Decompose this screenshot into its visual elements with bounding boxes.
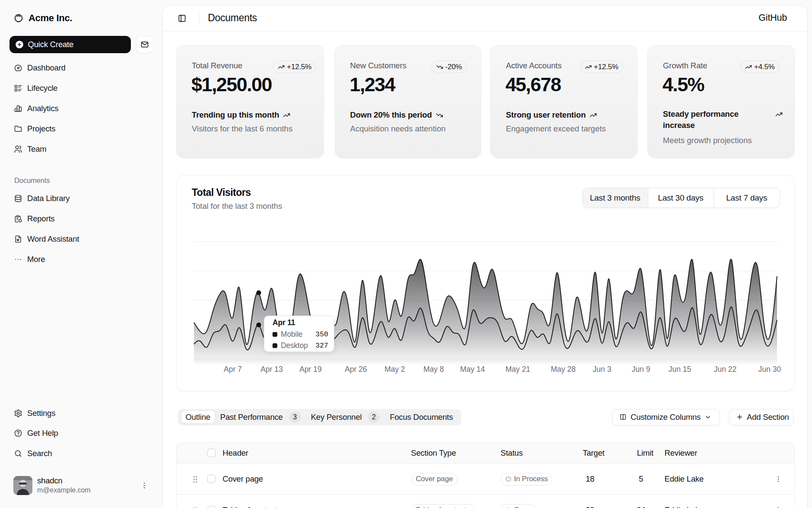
svg-text:Jun 15: Jun 15	[669, 365, 691, 374]
svg-text:May 2: May 2	[384, 365, 405, 374]
svg-text:May 14: May 14	[460, 365, 485, 374]
svg-text:Apr 19: Apr 19	[299, 365, 322, 374]
svg-text:Apr 26: Apr 26	[345, 365, 367, 374]
svg-text:Apr 13: Apr 13	[260, 365, 283, 374]
svg-text:May 8: May 8	[423, 365, 444, 374]
svg-text:Jun 9: Jun 9	[632, 365, 650, 374]
svg-text:May 28: May 28	[551, 365, 575, 374]
svg-text:Apr 7: Apr 7	[224, 365, 242, 374]
svg-text:May 21: May 21	[505, 365, 530, 374]
svg-text:Jun 22: Jun 22	[714, 365, 737, 374]
svg-text:Jun 3: Jun 3	[593, 365, 612, 374]
svg-text:Jun 30: Jun 30	[758, 365, 781, 374]
